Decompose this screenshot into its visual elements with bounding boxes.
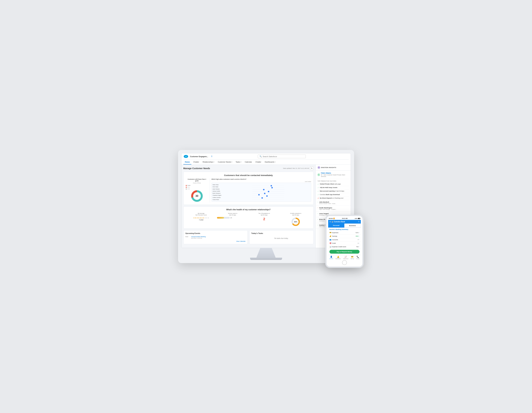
phone-nav-accounts[interactable]: 👤 Accounts	[329, 256, 333, 259]
wifi-icon: 📶	[333, 218, 335, 219]
goal-value-0: 0	[187, 186, 188, 188]
credit-score-nav-icon: 📈	[344, 256, 347, 258]
event-name-link[interactable]: Annual review Meeting	[191, 236, 206, 238]
phone-home-button[interactable]	[342, 260, 347, 265]
nav-chatter1[interactable]: Chatter	[192, 160, 201, 164]
bank-logo-icon: 🏦	[332, 221, 333, 223]
phone-refresh-icon[interactable]: ↻	[358, 221, 360, 223]
insight-row: Claire Adams 92 - New Customer Need! Pri…	[318, 172, 349, 177]
savings-icon: 💰	[329, 235, 331, 237]
bob-donut: 66%	[291, 217, 301, 227]
page-title: Manage Customer Needs	[183, 167, 210, 170]
goals-label: Goals	[332, 242, 336, 244]
phone-header-left: ☰ 🏦 Cumulus Bank	[329, 221, 345, 223]
phone-nav-contact[interactable]: 📞 Contact	[356, 256, 360, 259]
pred-text-3: Cumulus Bank App Download	[320, 194, 340, 195]
dot-2	[330, 218, 330, 219]
banking-row-accounts[interactable]: 👥 Accounts 7 ›	[328, 238, 361, 241]
nav-chatter2[interactable]: Chatter	[254, 160, 263, 164]
donut-chart-area: Customers with fewer than 2 goals Count …	[186, 178, 208, 202]
bob-donut-value: 66%	[294, 221, 297, 223]
pred-icon-2: ✓	[318, 190, 319, 192]
dot-5	[332, 218, 333, 219]
star-10: ★	[208, 217, 209, 219]
grid-icon[interactable]: ⠿	[211, 155, 212, 158]
savings-right: +$50 ›	[355, 235, 360, 237]
phone-nav-credit-score[interactable]: 📈 Credit Score	[343, 256, 348, 259]
signal-dots	[329, 218, 333, 219]
star-8: ★	[204, 217, 206, 219]
bob-metric: % BoB contacted in last 90 days 66%	[280, 213, 312, 227]
nav-calendar[interactable]: Calendar	[243, 160, 254, 164]
search-bar[interactable]: 🔍	[258, 154, 306, 158]
nav-dashboards[interactable]: Dashboards ▾	[263, 160, 277, 164]
view-calendar-link[interactable]: View Calendar	[185, 240, 246, 242]
banking-row-credit[interactable]: 📊 Experian Credit Score 754 ›	[328, 245, 361, 249]
pred-icon-1: ✓	[318, 187, 319, 189]
dashboards-chevron: ▾	[275, 161, 275, 163]
person-item-0: ○ John Murdoch World Traveler VISA - Cus…	[316, 200, 351, 206]
pred-item-1: ✓ >$2.0m Held Away Assets	[318, 186, 349, 190]
scatter-name-6: Colleen Durham	[213, 197, 225, 198]
scatter-question: Which high-value customers need a servic…	[211, 178, 311, 180]
customer-needs-chevron: ▾	[231, 161, 232, 163]
hamburger-icon[interactable]: ☰	[329, 221, 331, 223]
savings-left: 💰 Savings	[329, 235, 337, 237]
banking-row-savings[interactable]: 💰 Savings +$50 ›	[328, 234, 361, 238]
person-detail-0: World Traveler VISA - Custo...	[319, 203, 345, 204]
nav-customer-needs[interactable]: Customer Needs ▾	[216, 160, 234, 164]
svg-rect-14	[263, 189, 264, 190]
expenses-right: 51% ›	[356, 232, 360, 233]
donut-center-value: 30	[196, 195, 198, 197]
header-right: Data updated: Mar 13, 2017 at 11:48 AM ↻	[283, 167, 314, 170]
tab-business[interactable]: Business	[344, 223, 361, 228]
svg-point-24	[319, 167, 319, 168]
pred-text-1: >$2.0m Held Away Assets	[320, 187, 337, 188]
goal-legend: Goals 0 ● 1	[186, 185, 208, 190]
tasks-chevron: ▾	[241, 161, 241, 163]
phone-nav-notifications[interactable]: 🔔 Notifications	[335, 256, 341, 259]
pay-request-button[interactable]: Pay or Request Money	[329, 250, 360, 254]
pred-icon-3: ✓	[318, 194, 319, 196]
search-input[interactable]	[263, 155, 304, 157]
banking-row-expenses[interactable]: 💳 Expenses 51% ›	[328, 231, 361, 234]
event-row: Now Annual review Meeting 3/27/2017 4:30…	[185, 236, 246, 239]
credit-label: Experian Credit Score	[332, 246, 346, 248]
phone-signal: 📶	[329, 218, 335, 219]
pred-icon-0: ✓	[318, 183, 319, 185]
scatter-axis-x-label: Last Contact	[305, 181, 311, 182]
sf-navigation: Home Chatter Relationships ▾ Customer Ne…	[183, 160, 349, 164]
insight-name[interactable]: Claire Adams	[321, 172, 349, 174]
credit-score-nav-label: Credit Score	[343, 258, 348, 259]
goals-left: 🎯 Goals	[329, 242, 336, 244]
phone-nav-bill-pay[interactable]: 💳 Bill Pay	[351, 256, 354, 259]
tab-personal[interactable]: Personal	[328, 223, 344, 228]
search-icon: 🔍	[259, 155, 262, 157]
credit-right: 754 ›	[356, 246, 360, 248]
scatter-name-1: Anne Salas	[213, 186, 225, 188]
svg-rect-18	[266, 195, 267, 197]
person-check-1: ○	[318, 207, 318, 209]
accounts-right: 7 ›	[358, 239, 360, 240]
einstein-header: EINSTEIN INSIGHTS	[316, 165, 351, 171]
person-name-2[interactable]: Anna Yevgeni	[319, 213, 349, 214]
nav-relationships[interactable]: Relationships ▾	[201, 160, 216, 164]
bill-pay-nav-icon: 💳	[351, 256, 353, 258]
scatter-name-3: Aubrey Castillo	[213, 190, 225, 192]
person-name-0[interactable]: John Murdoch	[319, 201, 349, 203]
monitor-stand	[256, 248, 276, 258]
bank-name: Cumulus Bank	[334, 221, 345, 223]
banking-row-goals[interactable]: 🎯 Goals 1 ›	[328, 241, 361, 245]
nav-home[interactable]: Home	[183, 160, 191, 164]
star-4: ★	[198, 217, 200, 219]
person-name-1[interactable]: Noelle Washington	[319, 207, 349, 209]
relationships-chevron: ▾	[214, 161, 214, 163]
person-detail-1: High Yield Savings - Custom...	[319, 209, 345, 210]
service-cases-label: Service cases in last 30 days	[217, 213, 248, 216]
scatter-name-2: Asher Newton	[213, 188, 225, 190]
nav-tasks[interactable]: Tasks ▾	[234, 160, 243, 164]
phone: 📶 9:41 AM 100% ☰ 🏦 Cumulus Bank ↻ Person…	[325, 215, 364, 268]
service-cases-metric: Service cases in last 30 days 10	[217, 213, 248, 219]
refresh-button[interactable]: ↻	[310, 167, 314, 170]
phone-time: 9:41 AM	[342, 218, 347, 219]
